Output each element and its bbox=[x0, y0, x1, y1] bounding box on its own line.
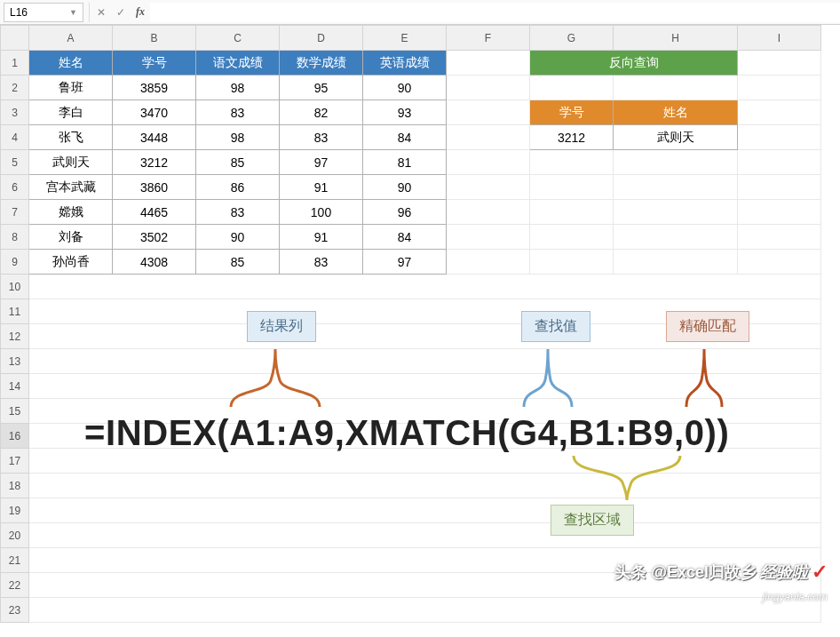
cell[interactable] bbox=[614, 200, 738, 225]
row-header[interactable]: 5 bbox=[1, 150, 29, 175]
cell[interactable]: 82 bbox=[280, 100, 363, 125]
cell[interactable]: 数学成绩 bbox=[280, 51, 363, 76]
cell[interactable] bbox=[29, 299, 821, 324]
cell[interactable]: 97 bbox=[280, 150, 363, 175]
cell[interactable]: 4308 bbox=[113, 250, 196, 275]
row-header[interactable]: 20 bbox=[1, 523, 29, 548]
row-header[interactable]: 1 bbox=[1, 51, 29, 76]
spreadsheet-grid[interactable]: A B C D E F G H I 1 姓名 学号 语文成绩 数学成绩 英语成绩… bbox=[0, 25, 840, 623]
cell[interactable]: 3448 bbox=[113, 125, 196, 150]
cell[interactable]: 85 bbox=[196, 250, 280, 275]
formula-input[interactable] bbox=[150, 3, 840, 22]
row-header[interactable]: 15 bbox=[1, 399, 29, 424]
cell[interactable]: 95 bbox=[280, 76, 363, 100]
cell[interactable] bbox=[738, 225, 821, 250]
cell[interactable] bbox=[29, 523, 821, 548]
cell[interactable]: 98 bbox=[196, 125, 280, 150]
col-header-B[interactable]: B bbox=[113, 26, 196, 51]
row-header[interactable]: 19 bbox=[1, 498, 29, 523]
select-all-corner[interactable] bbox=[1, 26, 29, 51]
cell[interactable]: 3859 bbox=[113, 76, 196, 100]
cell[interactable] bbox=[447, 225, 530, 250]
cell[interactable]: 姓名 bbox=[614, 100, 738, 125]
col-header-G[interactable]: G bbox=[530, 26, 614, 51]
col-header-A[interactable]: A bbox=[29, 26, 113, 51]
cell[interactable] bbox=[29, 399, 821, 424]
cell[interactable] bbox=[447, 150, 530, 175]
cell[interactable] bbox=[530, 200, 614, 225]
cell[interactable] bbox=[530, 150, 614, 175]
cell[interactable] bbox=[530, 225, 614, 250]
name-box[interactable]: L16 ▼ bbox=[4, 3, 83, 22]
cell[interactable]: 93 bbox=[363, 100, 447, 125]
cell[interactable]: 姓名 bbox=[29, 51, 113, 76]
cell[interactable]: 90 bbox=[363, 175, 447, 200]
cell[interactable]: 91 bbox=[280, 175, 363, 200]
row-header[interactable]: 10 bbox=[1, 275, 29, 299]
chevron-down-icon[interactable]: ▼ bbox=[69, 8, 77, 17]
cell[interactable]: 85 bbox=[196, 150, 280, 175]
cell[interactable]: 96 bbox=[363, 200, 447, 225]
cell[interactable]: 孙尚香 bbox=[29, 250, 113, 275]
cell[interactable]: 84 bbox=[363, 225, 447, 250]
row-header[interactable]: 11 bbox=[1, 299, 29, 324]
cell[interactable] bbox=[29, 424, 821, 449]
cell[interactable]: 鲁班 bbox=[29, 76, 113, 100]
cell[interactable] bbox=[530, 175, 614, 200]
col-header-D[interactable]: D bbox=[280, 26, 363, 51]
cell[interactable]: 90 bbox=[363, 76, 447, 100]
cell[interactable]: 张飞 bbox=[29, 125, 113, 150]
cell[interactable] bbox=[530, 250, 614, 275]
fx-icon[interactable]: fx bbox=[131, 3, 150, 22]
cell[interactable]: 学号 bbox=[530, 100, 614, 125]
row-header[interactable]: 17 bbox=[1, 449, 29, 474]
cell[interactable]: 83 bbox=[280, 250, 363, 275]
cell[interactable]: 李白 bbox=[29, 100, 113, 125]
cell[interactable] bbox=[614, 225, 738, 250]
row-header[interactable]: 22 bbox=[1, 573, 29, 598]
confirm-icon[interactable]: ✓ bbox=[111, 3, 131, 22]
cell[interactable] bbox=[447, 76, 530, 100]
cell[interactable] bbox=[614, 76, 738, 100]
cell[interactable]: 武则天 bbox=[29, 150, 113, 175]
row-header[interactable]: 23 bbox=[1, 598, 29, 623]
cell[interactable] bbox=[29, 349, 821, 374]
row-header[interactable]: 16 bbox=[1, 424, 29, 449]
cell[interactable]: 学号 bbox=[113, 51, 196, 76]
cell[interactable]: 英语成绩 bbox=[363, 51, 447, 76]
cell[interactable] bbox=[738, 100, 821, 125]
cell[interactable]: 97 bbox=[363, 250, 447, 275]
cell[interactable]: 反向查询 bbox=[530, 51, 738, 76]
cell[interactable] bbox=[29, 498, 821, 523]
cell[interactable] bbox=[447, 175, 530, 200]
cell[interactable]: 宫本武藏 bbox=[29, 175, 113, 200]
row-header[interactable]: 8 bbox=[1, 225, 29, 250]
cell[interactable] bbox=[614, 250, 738, 275]
cell[interactable]: 3470 bbox=[113, 100, 196, 125]
row-header[interactable]: 3 bbox=[1, 100, 29, 125]
cell[interactable] bbox=[614, 175, 738, 200]
cell[interactable]: 84 bbox=[363, 125, 447, 150]
cell[interactable] bbox=[738, 51, 821, 76]
cell[interactable] bbox=[738, 76, 821, 100]
cell[interactable]: 83 bbox=[196, 200, 280, 225]
cell[interactable] bbox=[29, 548, 821, 573]
cell[interactable]: 98 bbox=[196, 76, 280, 100]
row-header[interactable]: 18 bbox=[1, 474, 29, 498]
cell[interactable] bbox=[738, 200, 821, 225]
cell[interactable] bbox=[29, 474, 821, 498]
row-header[interactable]: 9 bbox=[1, 250, 29, 275]
cell[interactable]: 刘备 bbox=[29, 225, 113, 250]
row-header[interactable]: 2 bbox=[1, 76, 29, 100]
row-header[interactable]: 13 bbox=[1, 349, 29, 374]
cell[interactable] bbox=[29, 324, 821, 349]
row-header[interactable]: 14 bbox=[1, 374, 29, 399]
cancel-icon[interactable]: ✕ bbox=[91, 3, 111, 22]
cell[interactable] bbox=[29, 374, 821, 399]
cell[interactable] bbox=[29, 598, 821, 623]
cell[interactable]: 3212 bbox=[113, 150, 196, 175]
cell[interactable] bbox=[447, 200, 530, 225]
cell[interactable]: 嫦娥 bbox=[29, 200, 113, 225]
col-header-I[interactable]: I bbox=[738, 26, 821, 51]
cell[interactable]: 83 bbox=[196, 100, 280, 125]
